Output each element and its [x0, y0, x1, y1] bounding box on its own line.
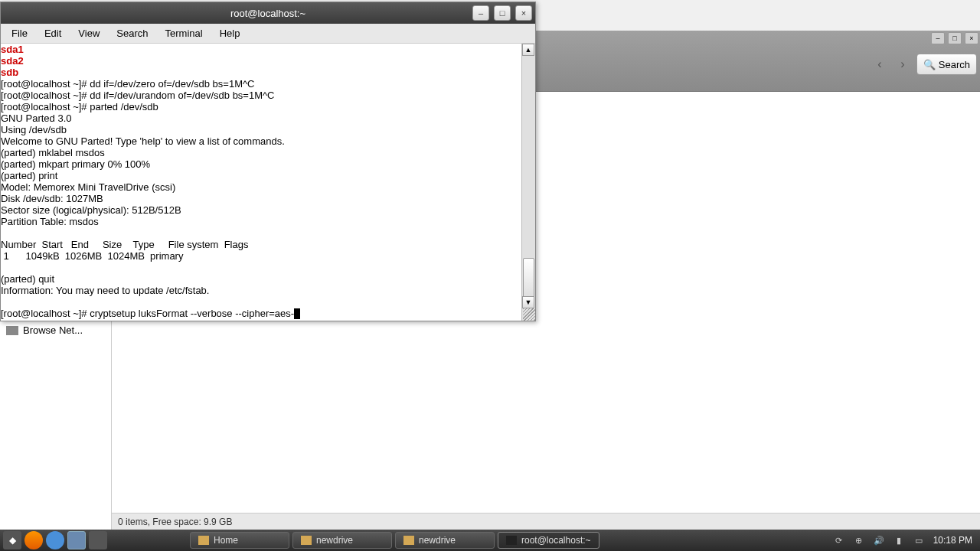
search-box[interactable]: 🔍 Search	[916, 54, 977, 75]
prompt: [root@localhost ~]#	[1, 308, 90, 319]
resize-grip[interactable]	[523, 308, 535, 321]
terminal-output[interactable]: sda1 sda2 sdb [root@localhost ~]# dd if=…	[1, 44, 521, 321]
term-line: GNU Parted 3.0	[1, 112, 72, 124]
task-label: newdrive	[316, 535, 353, 546]
scrollbar[interactable]: ▲ ▼	[521, 44, 535, 321]
battery-icon[interactable]: ▮	[893, 535, 904, 546]
folder-icon	[403, 536, 414, 545]
term-line: [root@localhost ~]# dd if=/dev/zero of=/…	[1, 78, 254, 90]
term-line: (parted) quit	[1, 273, 54, 285]
task-terminal[interactable]: root@localhost:~	[498, 532, 599, 549]
update-icon[interactable]: ⟳	[834, 535, 844, 546]
task-home[interactable]: Home	[190, 532, 289, 549]
task-label: newdrive	[419, 535, 456, 546]
term-line: Disk /dev/sdb: 1027MB	[1, 193, 103, 204]
firefox-launcher[interactable]	[24, 531, 43, 549]
scroll-down-button[interactable]: ▼	[522, 296, 534, 308]
term-line: Partition Table: msdos	[1, 216, 99, 227]
menu-terminal[interactable]: Terminal	[158, 25, 211, 41]
close-button[interactable]: ×	[515, 5, 532, 21]
bg-minimize-button[interactable]: –	[931, 32, 945, 44]
dev-line: sdb	[1, 67, 18, 78]
scroll-up-button[interactable]: ▲	[522, 44, 534, 56]
cursor	[294, 308, 300, 319]
window-title: root@localhost:~	[230, 8, 305, 19]
terminal-body[interactable]: sda1 sda2 sdb [root@localhost ~]# dd if=…	[1, 44, 535, 321]
folder-icon	[198, 536, 209, 545]
term-line: Using /dev/sdb	[1, 124, 67, 135]
term-line: Model: Memorex Mini TravelDrive (scsi)	[1, 181, 175, 193]
bg-close-button[interactable]: ×	[965, 32, 978, 44]
current-command: cryptsetup luksFormat --verbose --cipher…	[90, 308, 294, 319]
term-line: Sector size (logical/physical): 512B/512…	[1, 204, 181, 216]
minimize-button[interactable]: –	[472, 5, 489, 21]
filemgr-content[interactable]	[112, 321, 980, 513]
clock[interactable]: 10:18 PM	[933, 535, 972, 546]
scroll-thumb[interactable]	[523, 258, 534, 299]
menu-search[interactable]: Search	[109, 25, 155, 41]
menu-help[interactable]: Help	[212, 25, 248, 41]
network-tray-icon[interactable]: ⊕	[854, 535, 864, 546]
folder-icon	[301, 536, 312, 545]
browse-label: Browse Net...	[23, 324, 83, 336]
system-tray: ⟳ ⊕ 🔊 ▮ ▭ 10:18 PM	[834, 535, 977, 546]
menu-view[interactable]: View	[70, 25, 107, 41]
filemgr-statusbar: 0 items, Free space: 9.9 GB	[112, 513, 980, 531]
terminal-launcher[interactable]	[89, 531, 107, 549]
dev-line: sda2	[1, 55, 24, 67]
volume-icon[interactable]: 🔊	[874, 535, 884, 546]
terminal-window: root@localhost:~ – □ × File Edit View Se…	[0, 2, 536, 321]
filemgr-launcher[interactable]	[67, 531, 86, 549]
back-button[interactable]: ‹	[871, 55, 889, 73]
clipboard-icon[interactable]: ▭	[913, 535, 924, 546]
term-line: Welcome to GNU Parted! Type 'help' to vi…	[1, 135, 285, 147]
term-line: [root@localhost ~]# dd if=/dev/urandom o…	[1, 90, 275, 101]
term-line: (parted) mklabel msdos	[1, 147, 105, 158]
term-line: Number Start End Size Type File system F…	[1, 239, 248, 250]
bg-maximize-button[interactable]: □	[948, 32, 962, 44]
task-newdrive-2[interactable]: newdrive	[395, 532, 495, 549]
forward-button[interactable]: ›	[893, 55, 912, 73]
term-line: [root@localhost ~]# parted /dev/sdb	[1, 101, 158, 112]
titlebar[interactable]: root@localhost:~ – □ ×	[1, 2, 535, 24]
background-toolbar: – □ × ‹ › 🔍 Search	[536, 31, 980, 92]
terminal-icon	[506, 536, 517, 545]
sidebar-browse-network[interactable]: Browse Net...	[0, 321, 111, 339]
start-menu-button[interactable]: ◆	[3, 531, 21, 549]
search-label: Search	[939, 59, 970, 70]
term-line: (parted) print	[1, 170, 57, 181]
filemgr-sidebar: Browse Net...	[0, 321, 112, 531]
term-line: Information: You may need to update /etc…	[1, 285, 209, 296]
network-icon	[6, 326, 18, 335]
maximize-button[interactable]: □	[494, 5, 511, 21]
status-text: 0 items, Free space: 9.9 GB	[118, 517, 232, 527]
menubar: File Edit View Search Terminal Help	[1, 24, 535, 44]
menu-file[interactable]: File	[4, 25, 35, 41]
dev-line: sda1	[1, 44, 24, 55]
taskbar: ◆ Home newdrive newdrive root@localhost:…	[0, 530, 980, 551]
menu-edit[interactable]: Edit	[37, 25, 69, 41]
task-label: root@localhost:~	[521, 535, 591, 546]
background-content	[536, 92, 980, 321]
task-label: Home	[214, 535, 238, 546]
search-icon: 🔍	[923, 59, 936, 70]
browser-launcher[interactable]	[46, 531, 64, 549]
term-line: (parted) mkpart primary 0% 100%	[1, 158, 150, 170]
term-line: 1 1049kB 1026MB 1024MB primary	[1, 250, 183, 262]
task-newdrive-1[interactable]: newdrive	[292, 532, 392, 549]
